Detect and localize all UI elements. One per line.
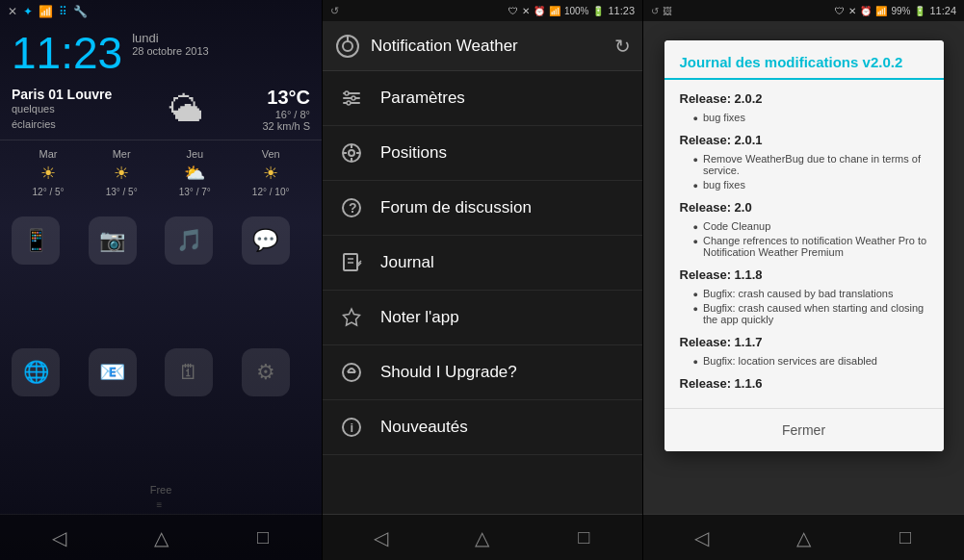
release-118-title: Release: 1.1.8 — [680, 267, 928, 282]
home-button-2[interactable]: △ — [463, 522, 502, 553]
bottom-nav-3: ◁ △ □ — [643, 514, 964, 560]
app-icon-0[interactable]: 📱 — [12, 216, 60, 265]
app-icon-2[interactable]: 🎵 — [165, 216, 213, 265]
svg-point-7 — [352, 96, 355, 100]
status-left-3: ↺ 🖼 — [651, 6, 672, 16]
recents-button-1[interactable]: □ — [244, 522, 282, 553]
day-name: lundi — [132, 31, 209, 45]
menu-item-forum[interactable]: ? Forum de discussion — [323, 181, 642, 236]
menu-item-nouveautes[interactable]: i Nouveautés — [323, 400, 642, 455]
forum-label: Forum de discussion — [380, 198, 532, 217]
release-20-item-1: ●Change refrences to notification Weathe… — [693, 235, 928, 258]
journal-icon — [338, 249, 365, 276]
back-button-2[interactable]: ◁ — [362, 522, 401, 553]
dialog-content[interactable]: Release: 2.0.2 ●bug fixes Release: 2.0.1… — [664, 80, 944, 408]
block-icon-3: ✕ — [848, 6, 856, 16]
wifi-icon: 📶 — [39, 5, 53, 18]
forecast-day-0: Mar ☀ 12° / 5° — [33, 148, 65, 197]
time-2: 11:23 — [608, 5, 635, 16]
menu-item-positions[interactable]: Positions — [323, 126, 642, 181]
close-icon: ✕ — [8, 5, 17, 18]
forecast-temp-3: 12° / 10° — [252, 187, 290, 197]
nouveautes-label: Nouveautés — [380, 418, 468, 437]
app-icon-5[interactable]: 📧 — [89, 348, 137, 396]
date-full: 28 octobre 2013 — [132, 45, 209, 57]
dialog-footer: Fermer — [664, 408, 944, 451]
weather-description: quelques éclaircies — [12, 102, 112, 132]
refresh-icon[interactable]: ↻ — [614, 35, 631, 58]
forecast-temp-1: 13° / 5° — [106, 187, 138, 197]
star-icon — [338, 304, 365, 331]
menu-item-upgrade[interactable]: Should I Upgrade? — [323, 345, 642, 400]
release-201-item-0: ●Remove WeatherBug due to chane in terms… — [693, 153, 928, 176]
bottom-nav-1: ◁ △ □ — [0, 514, 322, 560]
cloud-icon: 🌥 — [169, 89, 204, 130]
wrench-icon: 🔧 — [73, 5, 88, 18]
app-title: Notification Weather — [371, 37, 518, 56]
back-button-1[interactable]: ◁ — [39, 522, 78, 553]
app-logo-icon — [334, 33, 361, 60]
upgrade-label: Should I Upgrade? — [380, 363, 517, 382]
home-button-3[interactable]: △ — [784, 522, 822, 553]
home-button-1[interactable]: △ — [142, 522, 180, 553]
menu-item-parametres[interactable]: Paramètres — [323, 71, 642, 126]
forecast-day-name-0: Mar — [39, 148, 58, 160]
svg-point-6 — [345, 91, 349, 95]
app-icon-4[interactable]: 🌐 — [12, 348, 60, 396]
forecast-temp-2: 13° / 7° — [179, 187, 211, 197]
menu-panel: ↺ 🛡 ✕ ⏰ 📶 100% 🔋 11:23 Notification Weat… — [322, 0, 643, 560]
battery-level-3: 99% — [891, 6, 910, 16]
status-icons-left: ✕ ✦ 📶 ⠿ 🔧 — [8, 5, 88, 18]
menu-item-journal[interactable]: Journal — [323, 236, 642, 291]
home-screen-panel: ✕ ✦ 📶 ⠿ 🔧 11:23 lundi 28 octobre 2013 Pa… — [0, 0, 322, 560]
release-117-title: Release: 1.1.7 — [680, 335, 928, 349]
app-icon-1[interactable]: 📷 — [89, 216, 137, 265]
settings-icon — [338, 85, 365, 112]
info-icon: i — [338, 414, 365, 441]
svg-point-1 — [343, 41, 352, 51]
sun-icon-2: ⛅ — [184, 163, 205, 184]
back-arrow-icon: ↺ — [330, 5, 339, 17]
dialog-title: Journal des modifications v2.0.2 — [680, 54, 928, 70]
app-icon-7[interactable]: ⚙ — [242, 348, 290, 396]
grid-icon: ⠿ — [59, 5, 67, 18]
wifi-icon-2: 📶 — [549, 6, 560, 16]
release-202-title: Release: 2.0.2 — [680, 91, 928, 106]
forecast-day-2: Jeu ⛅ 13° / 7° — [179, 148, 211, 197]
status-bar-1: ✕ ✦ 📶 ⠿ 🔧 — [0, 0, 322, 23]
app-icon-3[interactable]: 💬 — [242, 216, 290, 265]
bluetooth-icon: ✦ — [23, 5, 33, 18]
forecast-row: Mar ☀ 12° / 5° Mer ☀ 13° / 5° Jeu ⛅ 13° … — [0, 140, 322, 205]
temperature-range: 16° / 8° — [262, 109, 310, 120]
bottom-nav-2: ◁ △ □ — [323, 514, 642, 560]
battery-icon-2: 🔋 — [592, 6, 604, 16]
forecast-day-name-3: Ven — [262, 148, 280, 160]
location-icon — [338, 140, 365, 166]
sun-icon-1: ☀ — [114, 163, 129, 184]
back-button-3[interactable]: ◁ — [683, 522, 721, 553]
release-202-item-0: ●bug fixes — [693, 112, 928, 123]
recents-button-2[interactable]: □ — [564, 522, 603, 553]
status-bar-3: ↺ 🖼 🛡 ✕ ⏰ 📶 99% 🔋 11:24 — [643, 0, 964, 21]
upgrade-icon — [338, 359, 365, 386]
release-117-item-0: ●Bugfix: location services are disabled — [693, 355, 928, 367]
journal-label: Journal — [380, 253, 434, 272]
app-icon-6[interactable]: 🗓 — [165, 348, 213, 396]
noter-label: Noter l'app — [380, 308, 459, 327]
svg-point-8 — [347, 101, 351, 105]
svg-text:i: i — [351, 420, 354, 435]
wind-info: 32 km/h S — [262, 120, 310, 132]
status-right-2: 🛡 ✕ ⏰ 📶 100% 🔋 11:23 — [508, 5, 635, 16]
release-201-title: Release: 2.0.1 — [680, 133, 928, 147]
status-left-2: ↺ — [330, 5, 339, 17]
forecast-temp-0: 12° / 5° — [33, 187, 65, 197]
svg-text:?: ? — [349, 200, 357, 216]
fermer-button[interactable]: Fermer — [763, 419, 845, 442]
clock-time: 11:23 — [12, 31, 122, 75]
recents-button-3[interactable]: □ — [886, 522, 925, 553]
menu-item-noter[interactable]: Noter l'app — [323, 291, 642, 345]
forecast-day-1: Mer ☀ 13° / 5° — [106, 148, 138, 197]
weather-info-left: Paris 01 Louvre quelques éclaircies — [12, 87, 112, 132]
app-grid: 📱 📷 🎵 💬 🌐 📧 🗓 ⚙ — [0, 205, 322, 484]
panel3-background: Journal des modifications v2.0.2 Release… — [643, 21, 964, 514]
